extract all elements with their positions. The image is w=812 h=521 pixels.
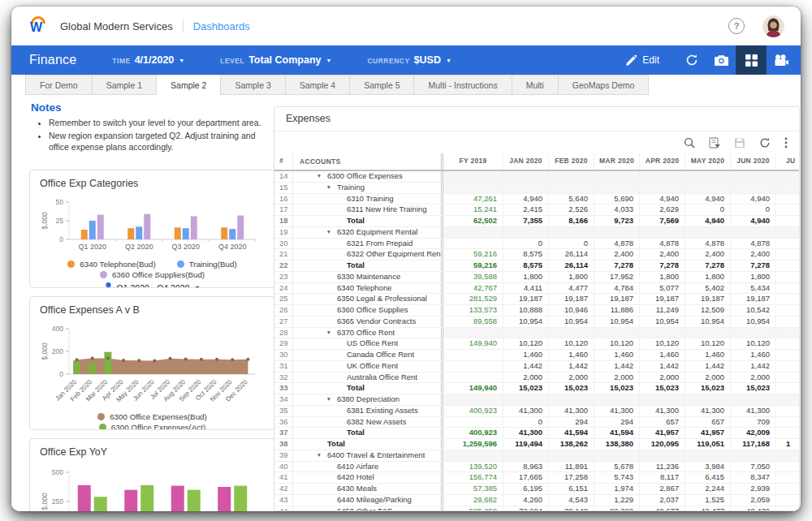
table-row: 446450 Other T&E585,25872,69438,14882,36… (274, 506, 799, 511)
collapse-caret-icon[interactable]: ▾ (327, 227, 337, 238)
account-label: Total (347, 216, 365, 226)
table-row: 246340 Telephone42,7674,4114,4774,7845,0… (274, 283, 799, 295)
value-cell: 4,878 (685, 239, 731, 249)
refresh-button[interactable] (677, 45, 706, 75)
value-cell: 657 (685, 417, 731, 428)
video-camera-icon (774, 54, 788, 67)
row-number: 40 (274, 462, 293, 472)
value-cell: 72,694 (503, 506, 549, 511)
tab-for-demo[interactable]: For Demo (25, 75, 93, 95)
help-icon[interactable]: ? (728, 18, 745, 34)
value-cell: 5,434 (731, 283, 776, 294)
account-label: 6400 Travel & Entertainment (327, 450, 425, 461)
row-number: 32 (274, 372, 293, 383)
save-icon[interactable] (734, 137, 745, 149)
level-selector[interactable]: LEVEL Total Company ▼ (220, 54, 331, 66)
account-label: Canada Office Rent (347, 350, 414, 360)
currency-selector[interactable]: CURRENCY $USD ▼ (367, 54, 451, 66)
dashboards-link[interactable]: Dashboards (193, 20, 250, 32)
value-cell: 0 (503, 417, 549, 428)
value-cell (776, 450, 799, 461)
value-cell: 10,954 (731, 316, 776, 327)
value-cell: 4,940 (685, 216, 731, 226)
row-number: 19 (274, 227, 293, 238)
kebab-menu-icon[interactable] (784, 137, 788, 149)
chart-card-office-exp-yoy: Office Exp YoY0250500$,000 (29, 438, 275, 511)
value-cell (503, 328, 549, 338)
table-row: 19▾6320 Equipment Rental (274, 227, 799, 239)
table-row: 426430 Meals57,3856,1956,1511,9742,8672,… (274, 484, 799, 495)
row-number: 20 (274, 239, 293, 249)
time-range-selector[interactable]: Q1 2020 - Q4 2020▼ (40, 282, 265, 288)
value-cell: 7,569 (640, 216, 685, 226)
tab-sample-5[interactable]: Sample 5 (349, 75, 414, 95)
value-cell (443, 394, 503, 405)
tab-geomaps-demo[interactable]: GeoMaps Demo (558, 75, 649, 95)
legend-label: Training(Bud) (189, 260, 237, 269)
value-cell (549, 394, 594, 405)
value-cell (776, 194, 799, 205)
tab-sample-3[interactable]: Sample 3 (220, 75, 285, 95)
value-cell: 2,000 (594, 372, 640, 383)
value-cell: 5,402 (685, 283, 731, 294)
value-cell: 10,120 (685, 338, 731, 349)
value-cell (731, 227, 776, 238)
table-row: 37Total400,92341,30041,59441,59441,95741… (274, 428, 799, 439)
level-value: Total Company (248, 54, 321, 66)
value-cell: 156,774 (443, 472, 503, 483)
sheet-filter-icon[interactable] (709, 137, 720, 149)
row-number: 39 (274, 450, 293, 461)
value-cell (776, 183, 799, 193)
collapse-caret-icon[interactable]: ▾ (327, 328, 337, 338)
value-cell (776, 260, 799, 271)
table-row: 31UK Office Rent1,4421,4421,4421,4421,44… (274, 361, 799, 372)
account-cell: ▾6370 Office Rent (293, 328, 443, 338)
refresh-icon[interactable] (759, 137, 771, 149)
value-cell: 1,442 (594, 361, 640, 372)
value-cell: 10,954 (549, 316, 594, 327)
collapse-caret-icon[interactable]: ▾ (327, 183, 337, 193)
tab-sample-1[interactable]: Sample 1 (92, 75, 157, 95)
value-cell: 6,415 (685, 472, 731, 483)
value-cell: 40,439 (731, 506, 776, 511)
tab-sample-4[interactable]: Sample 4 (285, 75, 350, 95)
account-cell: Total (293, 428, 443, 438)
table-row: 436440 Mileage/Parking29,6824,2604,5431,… (274, 495, 799, 506)
value-cell: 41,594 (594, 428, 640, 438)
value-cell: 5,678 (594, 462, 640, 472)
chevron-down-icon: ▼ (446, 58, 451, 63)
collapse-caret-icon[interactable]: ▾ (317, 450, 327, 461)
collapse-caret-icon[interactable]: ▾ (317, 171, 327, 182)
value-cell (443, 328, 503, 338)
time-selector[interactable]: TIME 4/1/2020 ▼ (112, 54, 184, 66)
value-cell: 41,300 (503, 428, 549, 438)
value-cell: 119,051 (685, 439, 731, 450)
tab-multi-instructions[interactable]: Multi - Instructions (413, 75, 512, 95)
tab-multi[interactable]: Multi (512, 75, 559, 95)
value-cell: 400,923 (443, 428, 503, 438)
account-cell: 6430 Meals (293, 484, 443, 494)
value-cell (685, 328, 731, 338)
avatar[interactable] (762, 15, 784, 37)
video-camera-button[interactable] (767, 45, 796, 75)
grid-apps-button[interactable] (736, 45, 767, 75)
edit-button[interactable]: Edit (626, 54, 659, 66)
value-cell: 1,800 (685, 272, 731, 282)
account-cell: 6382 New Assets (293, 417, 443, 428)
svg-text:$,000: $,000 (41, 342, 49, 360)
value-cell: 5,690 (594, 194, 640, 205)
svg-text:Q3 2020: Q3 2020 (171, 243, 200, 251)
currency-value: $USD (414, 54, 441, 66)
refresh-icon (685, 54, 698, 67)
svg-text:Q4 2020: Q4 2020 (218, 243, 247, 251)
camera-button[interactable] (706, 45, 736, 75)
account-cell: ▾Training (293, 183, 443, 193)
tab-sample-2[interactable]: Sample 2 (156, 75, 221, 95)
value-cell: 62,502 (443, 216, 503, 226)
search-icon[interactable] (684, 137, 695, 149)
row-number: 24 (274, 283, 293, 294)
value-cell: 1,460 (640, 350, 685, 360)
pushpin-icon (105, 282, 112, 288)
collapse-caret-icon[interactable]: ▾ (327, 394, 337, 405)
workday-logo-icon[interactable]: W (29, 15, 49, 37)
